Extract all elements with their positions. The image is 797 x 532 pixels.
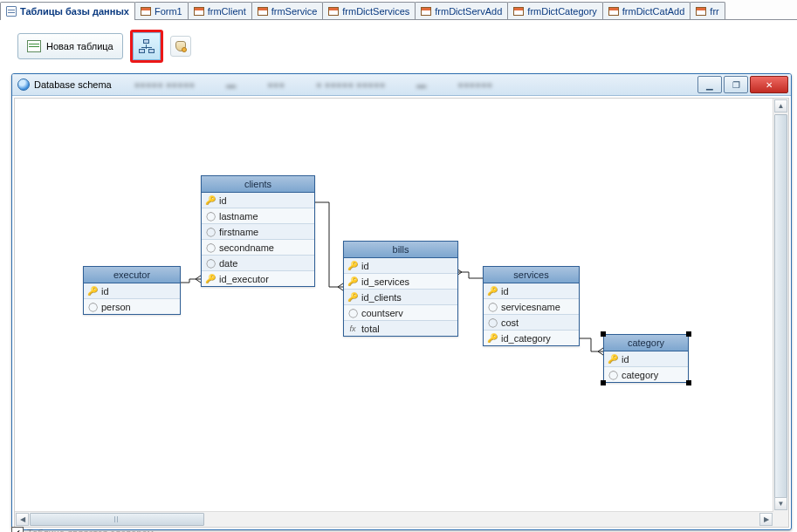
- field-name: id: [101, 286, 109, 297]
- schema-view-button[interactable]: [130, 30, 163, 63]
- table-header: services: [484, 267, 579, 283]
- field-id_executor[interactable]: 🔑id_executor: [202, 271, 314, 286]
- window-title: Database schema: [34, 79, 112, 90]
- status-text: Таблица является словарем: [27, 528, 154, 532]
- field-name: id: [219, 195, 227, 206]
- field-id[interactable]: 🔑id: [484, 283, 579, 299]
- table-bills[interactable]: bills 🔑id🔑id_services🔑id_clients◯countse…: [343, 241, 458, 337]
- field-servicesname[interactable]: ◯servicesname: [484, 299, 579, 315]
- field-name: firstname: [219, 227, 258, 237]
- tab-label: frmClient: [208, 6, 246, 17]
- new-table-button[interactable]: Новая таблица: [17, 33, 123, 59]
- field-category[interactable]: ◯category: [604, 367, 688, 382]
- field-name: secondname: [219, 242, 274, 253]
- primary-key-icon: 🔑: [205, 195, 216, 206]
- database-icon: [175, 41, 186, 51]
- tab-frmservice[interactable]: frmService: [251, 2, 324, 19]
- tab-strip: Таблицы базы данныхForm1frmClientfrmServ…: [0, 0, 797, 20]
- form-icon: [328, 7, 339, 16]
- minimize-button[interactable]: ▁: [697, 76, 722, 93]
- field-name: id_services: [361, 276, 409, 287]
- field-name: id_clients: [361, 292, 402, 303]
- tab-frmdictservices[interactable]: frmDictServices: [322, 2, 416, 19]
- checkbox-icon[interactable]: ✔: [11, 527, 24, 532]
- primary-key-icon: 🔑: [487, 286, 498, 297]
- field-name: id: [501, 286, 509, 297]
- foreign-key-icon: 🔑: [347, 276, 358, 287]
- field-id_services[interactable]: 🔑id_services: [344, 274, 457, 290]
- field-id[interactable]: 🔑id: [344, 258, 457, 274]
- field-name: cost: [501, 317, 519, 328]
- primary-key-icon: 🔑: [608, 354, 618, 365]
- field-id[interactable]: 🔑id: [202, 193, 314, 208]
- form-icon: [141, 7, 151, 16]
- formula-icon: fx: [347, 324, 358, 334]
- field-firstname[interactable]: ◯firstname: [202, 224, 314, 240]
- tab-frmdictservadd[interactable]: frmDictServAdd: [415, 2, 508, 19]
- tab-label: frmDictCatAdd: [622, 6, 685, 17]
- table-header: executor: [84, 267, 180, 283]
- field-total[interactable]: fxtotal: [344, 321, 457, 336]
- table-header: clients: [202, 176, 314, 193]
- close-button[interactable]: ✕: [750, 76, 788, 93]
- scroll-down-icon[interactable]: ▼: [774, 497, 787, 510]
- tab-label: frmDictCategory: [527, 6, 596, 17]
- form-icon: [513, 7, 524, 16]
- maximize-button[interactable]: ❐: [724, 76, 748, 93]
- field-name: countserv: [361, 308, 403, 318]
- field-name: category: [622, 370, 658, 380]
- db-settings-button[interactable]: [170, 36, 191, 57]
- field-id_clients[interactable]: 🔑id_clients: [344, 290, 457, 305]
- table-clients[interactable]: clients 🔑id◯lastname◯firstname◯secondnam…: [201, 175, 315, 287]
- field-date[interactable]: ◯date: [202, 256, 314, 271]
- tab-form1[interactable]: Form1: [134, 2, 189, 19]
- field-name: id: [361, 261, 369, 271]
- primary-key-icon: 🔑: [347, 261, 358, 271]
- table-header: bills: [344, 242, 457, 258]
- field-countserv[interactable]: ◯countserv: [344, 305, 457, 321]
- field-name: person: [101, 302, 131, 312]
- tab-frmdictcategory[interactable]: frmDictCategory: [507, 2, 602, 19]
- column-icon: ◯: [87, 302, 98, 312]
- form-icon: [421, 7, 431, 16]
- tab-frr[interactable]: frr: [690, 2, 725, 19]
- schema-window: Database schema ●●●●● ●●●●●▬●●●● ●●●●● ●…: [11, 73, 792, 530]
- window-buttons: ▁ ❐ ✕: [697, 76, 788, 93]
- column-icon: ◯: [205, 242, 216, 253]
- column-icon: ◯: [487, 302, 498, 312]
- tab-label: Таблицы базы данных: [20, 6, 129, 17]
- titlebar[interactable]: Database schema ●●●●● ●●●●●▬●●●● ●●●●● ●…: [12, 74, 791, 96]
- table-header: category: [604, 335, 688, 351]
- field-id[interactable]: 🔑id: [604, 351, 688, 367]
- titlebar-background-text: ●●●●● ●●●●●▬●●●● ●●●●● ●●●●●▬●●●●●●: [134, 79, 493, 90]
- field-cost[interactable]: ◯cost: [484, 315, 579, 331]
- column-icon: ◯: [608, 370, 618, 380]
- tab-таблицы-базы-данных[interactable]: Таблицы базы данных: [0, 2, 135, 20]
- vertical-scrollbar[interactable]: ▲ ▼: [773, 99, 788, 512]
- table-executor[interactable]: executor 🔑id◯person: [83, 266, 181, 315]
- column-icon: ◯: [205, 227, 216, 237]
- field-secondname[interactable]: ◯secondname: [202, 240, 314, 256]
- tab-label: frmService: [271, 6, 318, 17]
- schema-canvas[interactable]: executor 🔑id◯person clients 🔑id◯lastname…: [15, 99, 773, 512]
- field-name: lastname: [219, 211, 258, 222]
- tab-label: frr: [710, 6, 718, 17]
- scroll-up-icon[interactable]: ▲: [774, 99, 787, 113]
- foreign-key-icon: 🔑: [487, 333, 498, 344]
- foreign-key-icon: 🔑: [347, 292, 358, 303]
- status-bar: ✔ Таблица является словарем: [11, 524, 790, 532]
- field-lastname[interactable]: ◯lastname: [202, 208, 314, 224]
- schema-icon: [139, 39, 155, 53]
- field-id_category[interactable]: 🔑id_category: [484, 331, 579, 345]
- new-table-label: Новая таблица: [46, 41, 113, 51]
- field-person[interactable]: ◯person: [84, 299, 180, 314]
- vertical-scroll-thumb[interactable]: [774, 114, 787, 498]
- table-services[interactable]: services 🔑id◯servicesname◯cost🔑id_catego…: [483, 266, 580, 346]
- app-icon: [17, 78, 30, 91]
- primary-key-icon: 🔑: [87, 286, 98, 297]
- tab-frmdictcatadd[interactable]: frmDictCatAdd: [602, 2, 691, 19]
- tab-frmclient[interactable]: frmClient: [188, 2, 252, 19]
- field-name: id_executor: [219, 274, 269, 284]
- field-id[interactable]: 🔑id: [84, 283, 180, 299]
- table-category[interactable]: category 🔑id◯category: [603, 334, 689, 383]
